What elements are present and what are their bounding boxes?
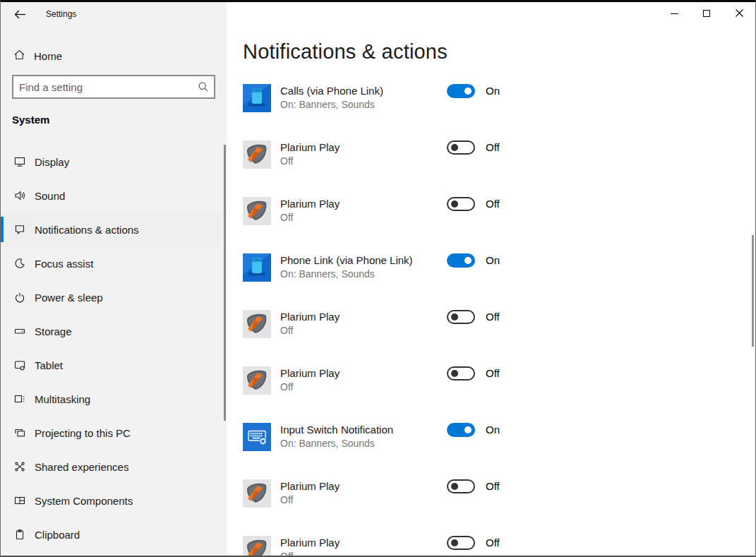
settings-window: Settings Home System Display Sound Notif… bbox=[0, 0, 756, 557]
app-notification-toggle[interactable] bbox=[447, 197, 475, 211]
app-text: Plarium Play Off bbox=[280, 310, 447, 337]
plarium-play-app-icon bbox=[243, 536, 271, 557]
app-name: Plarium Play bbox=[280, 140, 447, 154]
app-text: Plarium Play Off bbox=[280, 536, 447, 557]
notification-app-row: Plarium Play Off Off bbox=[243, 366, 500, 395]
app-notification-toggle[interactable] bbox=[447, 536, 475, 550]
nav-item-label: Shared experiences bbox=[35, 461, 128, 473]
display-icon bbox=[13, 155, 26, 168]
app-name: Plarium Play bbox=[280, 310, 447, 323]
sidebar-item-storage[interactable]: Storage bbox=[1, 314, 227, 348]
section-header-system: System bbox=[12, 114, 49, 126]
home-icon-slot bbox=[13, 49, 25, 64]
notification-app-row: Plarium Play Off Off bbox=[243, 140, 500, 169]
toggle-state-label: Off bbox=[486, 140, 500, 155]
app-notification-toggle[interactable] bbox=[447, 140, 475, 155]
search-icon-slot[interactable] bbox=[193, 81, 214, 92]
sidebar-item-focus-assist[interactable]: Focus assist bbox=[1, 246, 227, 280]
selected-accent-bar bbox=[1, 217, 4, 242]
app-text: Plarium Play Off bbox=[280, 366, 447, 394]
input-switch-app-icon bbox=[243, 423, 271, 451]
toggle-state-label: Off bbox=[486, 536, 500, 550]
app-status-text: On: Banners, Sounds bbox=[280, 437, 447, 450]
sidebar-nav-list: Display Sound Notifications & actions Fo… bbox=[1, 145, 227, 551]
toggle-knob bbox=[464, 426, 472, 433]
toggle-state-label: Off bbox=[486, 310, 500, 324]
search-input[interactable] bbox=[13, 81, 193, 93]
notification-app-list: Calls (via Phone Link) On: Banners, Soun… bbox=[243, 84, 500, 557]
sidebar: Home System Display Sound Notifications … bbox=[1, 2, 227, 556]
toggle-state-label: Off bbox=[486, 197, 500, 211]
app-icon bbox=[243, 310, 271, 338]
nav-item-label: Tablet bbox=[35, 359, 63, 371]
window-controls bbox=[658, 2, 755, 25]
nav-item-icon bbox=[13, 460, 26, 473]
app-icon bbox=[243, 84, 271, 112]
notification-app-row: Plarium Play Off Off bbox=[243, 536, 500, 557]
app-icon bbox=[243, 140, 271, 169]
app-text: Input Switch Notification On: Banners, S… bbox=[280, 423, 447, 450]
toggle-knob bbox=[451, 200, 458, 208]
plarium-play-app-icon bbox=[243, 366, 271, 395]
app-notification-toggle[interactable] bbox=[447, 423, 475, 437]
app-notification-toggle[interactable] bbox=[447, 366, 475, 381]
nav-item-icon bbox=[13, 528, 26, 541]
sidebar-item-display[interactable]: Display bbox=[1, 145, 227, 179]
sidebar-item-system-components[interactable]: System Components bbox=[1, 484, 227, 517]
sidebar-scrollbar-thumb[interactable] bbox=[224, 145, 226, 421]
app-notification-toggle[interactable] bbox=[447, 310, 475, 324]
sound-icon bbox=[13, 189, 26, 202]
app-icon bbox=[243, 197, 271, 225]
nav-item-label: Clipboard bbox=[35, 529, 80, 541]
app-status-text: Off bbox=[280, 550, 447, 557]
sidebar-item-tablet[interactable]: Tablet bbox=[1, 348, 227, 382]
sidebar-item-clipboard[interactable]: Clipboard bbox=[1, 517, 227, 551]
app-notification-toggle[interactable] bbox=[447, 84, 475, 98]
toggle-knob bbox=[451, 483, 458, 490]
minimize-button[interactable] bbox=[658, 2, 690, 25]
nav-item-icon bbox=[13, 223, 26, 236]
sidebar-item-sound[interactable]: Sound bbox=[1, 179, 227, 212]
home-label: Home bbox=[34, 50, 62, 62]
shared-experiences-icon bbox=[13, 460, 26, 473]
toggle-state-label: On bbox=[486, 253, 500, 268]
toggle-state-label: Off bbox=[486, 479, 500, 493]
nav-item-label: Power & sleep bbox=[35, 292, 103, 304]
maximize-button[interactable] bbox=[690, 2, 723, 25]
plarium-play-app-icon bbox=[243, 479, 271, 508]
nav-item-label: Sound bbox=[35, 190, 65, 202]
toggle-state-label: Off bbox=[486, 366, 500, 381]
nav-item-label: System Components bbox=[35, 495, 133, 507]
nav-item-icon bbox=[13, 393, 26, 405]
app-notification-toggle[interactable] bbox=[447, 253, 475, 268]
sidebar-item-projecting[interactable]: Projecting to this PC bbox=[1, 416, 227, 450]
home-icon bbox=[13, 49, 25, 61]
search-icon bbox=[198, 81, 209, 92]
app-icon bbox=[243, 253, 271, 282]
power-icon bbox=[13, 291, 26, 304]
toggle-knob bbox=[451, 370, 458, 377]
nav-item-icon bbox=[13, 291, 26, 304]
app-name: Input Switch Notification bbox=[280, 423, 447, 436]
app-icon bbox=[243, 536, 271, 557]
nav-item-label: Storage bbox=[35, 325, 72, 337]
back-arrow-icon bbox=[14, 9, 26, 20]
app-notification-toggle[interactable] bbox=[447, 479, 475, 493]
app-name: Plarium Play bbox=[280, 536, 447, 549]
page-title: Notifications & actions bbox=[243, 40, 448, 64]
back-button[interactable] bbox=[8, 6, 32, 25]
app-text: Plarium Play Off bbox=[280, 479, 447, 507]
sidebar-item-home[interactable]: Home bbox=[1, 43, 227, 68]
sidebar-item-notifications[interactable]: Notifications & actions bbox=[1, 212, 227, 246]
app-text: Plarium Play Off bbox=[280, 140, 447, 168]
toggle-knob bbox=[451, 313, 458, 321]
close-icon bbox=[736, 9, 743, 17]
sidebar-item-shared-experiences[interactable]: Shared experiences bbox=[1, 450, 227, 484]
main-scrollbar-thumb[interactable] bbox=[752, 235, 754, 347]
sidebar-item-power-sleep[interactable]: Power & sleep bbox=[1, 280, 227, 314]
notification-app-row: Phone Link (via Phone Link) On: Banners,… bbox=[243, 253, 500, 282]
sidebar-item-multitasking[interactable]: Multitasking bbox=[1, 382, 227, 416]
close-button[interactable] bbox=[723, 2, 755, 25]
toggle-knob bbox=[464, 88, 472, 95]
projecting-icon bbox=[13, 426, 26, 439]
